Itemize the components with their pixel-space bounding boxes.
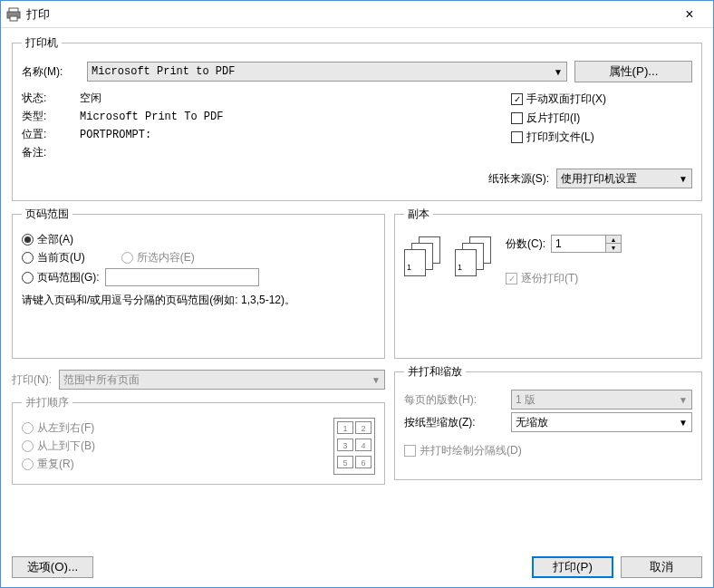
zoom-legend: 并打和缩放 bbox=[404, 364, 466, 380]
range-hint: 请键入页码和/或用逗号分隔的页码范围(例如: 1,3,5-12)。 bbox=[22, 292, 375, 308]
print-order-group: 并打顺序 从左到右(F) 从上到下(B) 重复(R) 123456 bbox=[12, 395, 385, 485]
chevron-down-icon: ▼ bbox=[679, 174, 688, 184]
copies-group: 副本 321 321 份数(C): ▲▼ bbox=[394, 207, 702, 359]
where-label: 位置: bbox=[22, 127, 80, 142]
printer-group: 打印机 名称(M): Microsoft Print to PDF ▼ 属性(P… bbox=[12, 35, 702, 201]
zoom-group: 并打和缩放 每页的版数(H): 1 版 ▼ 按纸型缩放(Z): 无缩放 ▼ bbox=[394, 364, 702, 480]
order-repeat-radio: 重复(R) bbox=[22, 457, 74, 472]
type-value: Microsoft Print To PDF bbox=[80, 111, 223, 123]
print-button[interactable]: 打印(P) bbox=[532, 556, 613, 578]
type-label: 类型: bbox=[22, 109, 80, 124]
printer-legend: 打印机 bbox=[22, 35, 62, 51]
dialog-footer: 选项(O)... 打印(P) 取消 bbox=[1, 556, 713, 587]
status-label: 状态: bbox=[22, 91, 80, 106]
dialog-content: 打印机 名称(M): Microsoft Print to PDF ▼ 属性(P… bbox=[1, 28, 713, 556]
print-what-label: 打印(N): bbox=[12, 372, 52, 388]
print-what-dropdown: 范围中所有页面 ▼ bbox=[59, 370, 385, 390]
copies-count-input[interactable] bbox=[551, 235, 605, 253]
printer-icon bbox=[6, 7, 21, 22]
chevron-down-icon: ▼ bbox=[679, 395, 688, 405]
spinner-up-icon[interactable]: ▲ bbox=[606, 236, 621, 244]
printer-name-label: 名称(M): bbox=[22, 64, 80, 80]
status-value: 空闲 bbox=[80, 91, 101, 106]
order-ltr-radio: 从左到右(F) bbox=[22, 420, 94, 436]
comment-label: 备注: bbox=[22, 145, 80, 160]
manual-duplex-checkbox[interactable]: ✓手动双面打印(X) bbox=[511, 92, 692, 107]
properties-button[interactable]: 属性(P)... bbox=[574, 61, 692, 82]
printer-name-value: Microsoft Print to PDF bbox=[92, 65, 548, 78]
options-button[interactable]: 选项(O)... bbox=[12, 556, 93, 578]
range-selection-radio: 所选内容(E) bbox=[121, 250, 195, 265]
paper-source-dropdown[interactable]: 使用打印机设置 ▼ bbox=[556, 169, 692, 188]
cancel-button[interactable]: 取消 bbox=[621, 556, 702, 578]
print-dialog: 打印 × 打印机 名称(M): Microsoft Print to PDF ▼… bbox=[0, 0, 714, 588]
range-current-radio[interactable]: 当前页(U) bbox=[22, 250, 85, 265]
chevron-down-icon: ▼ bbox=[554, 67, 563, 77]
collate-checkbox: ✓逐份打印(T) bbox=[506, 271, 578, 286]
scale-label: 按纸型缩放(Z): bbox=[404, 415, 504, 430]
print-to-file-checkbox[interactable]: 打印到文件(L) bbox=[511, 130, 692, 145]
range-pages-input[interactable] bbox=[105, 268, 259, 286]
copies-legend: 副本 bbox=[404, 207, 433, 222]
collate-illustration: 321 321 bbox=[404, 236, 495, 276]
scale-dropdown[interactable]: 无缩放 ▼ bbox=[511, 412, 692, 432]
reverse-checkbox[interactable]: 反片打印(I) bbox=[511, 111, 692, 126]
window-title: 打印 bbox=[26, 6, 671, 23]
chevron-down-icon: ▼ bbox=[679, 418, 688, 428]
spinner-down-icon[interactable]: ▼ bbox=[606, 244, 621, 252]
copies-count-label: 份数(C): bbox=[506, 236, 545, 252]
nup-illustration: 123456 bbox=[333, 418, 375, 475]
draw-borders-checkbox: 并打时绘制分隔线(D) bbox=[404, 443, 522, 458]
copies-count-spinner[interactable]: ▲▼ bbox=[551, 235, 622, 253]
close-button[interactable]: × bbox=[671, 6, 708, 23]
svg-rect-2 bbox=[10, 16, 17, 21]
where-value: PORTPROMPT: bbox=[80, 129, 151, 141]
chevron-down-icon: ▼ bbox=[371, 375, 381, 385]
titlebar: 打印 × bbox=[1, 1, 713, 28]
printer-name-dropdown[interactable]: Microsoft Print to PDF ▼ bbox=[87, 62, 567, 82]
range-pages-radio[interactable]: 页码范围(G): bbox=[22, 270, 100, 285]
order-legend: 并打顺序 bbox=[22, 395, 72, 410]
paper-source-label: 纸张来源(S): bbox=[488, 171, 549, 187]
pages-per-sheet-dropdown: 1 版 ▼ bbox=[511, 390, 692, 410]
page-range-group: 页码范围 全部(A) 当前页(U) 所选内容(E) 页码范围(G): 请键入页码… bbox=[12, 207, 385, 359]
range-all-radio[interactable]: 全部(A) bbox=[22, 232, 73, 247]
pages-per-sheet-label: 每页的版数(H): bbox=[404, 392, 504, 408]
order-ttb-radio: 从上到下(B) bbox=[22, 439, 95, 454]
range-legend: 页码范围 bbox=[22, 207, 72, 222]
